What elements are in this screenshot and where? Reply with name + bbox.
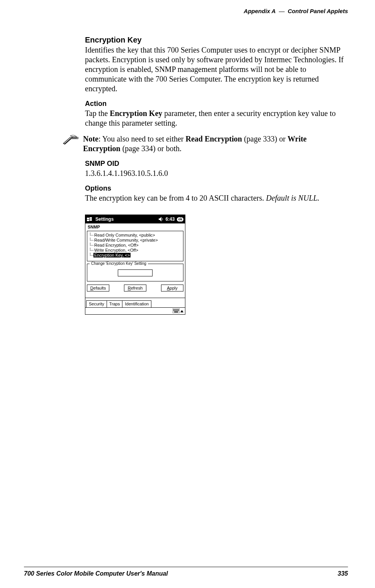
svg-rect-13 [177, 310, 178, 311]
paragraph-snmp-oid: 1.3.6.1.4.1.1963.10.5.1.6.0 [85, 169, 344, 178]
svg-rect-15 [174, 312, 178, 312]
note-block: Note: You also need to set either Read E… [62, 134, 344, 153]
header-left: Appendix A [244, 8, 276, 14]
screenshot: Settings 6:43 ok SNMP Read Only Communit… [85, 215, 185, 315]
tab-strip: Security Traps Identification [85, 298, 185, 307]
window-title: Settings [95, 216, 158, 222]
svg-rect-6 [175, 309, 175, 310]
tree-item-encryption-key[interactable]: Encryption Key, <> [89, 253, 182, 257]
heading-encryption-key: Encryption Key [85, 36, 344, 44]
footer-title: 700 Series Color Mobile Computer User's … [24, 570, 168, 577]
svg-rect-1 [90, 217, 92, 219]
svg-rect-2 [87, 220, 89, 221]
applet-title: SNMP [85, 223, 185, 229]
apply-button[interactable]: Apply [161, 285, 183, 291]
group-legend: Change 'Encryption Key' Setting [90, 261, 148, 266]
svg-rect-0 [87, 218, 89, 219]
ok-button[interactable]: ok [177, 217, 183, 222]
clock-time[interactable]: 6:43 [165, 216, 175, 222]
window-titlebar: Settings 6:43 ok [85, 215, 185, 223]
svg-rect-10 [173, 310, 174, 311]
tree-item-write-encryption[interactable]: Write Encryption, <Off> [89, 248, 182, 252]
volume-icon[interactable] [158, 216, 164, 222]
note-icon [62, 135, 83, 149]
heading-snmp-oid: SNMP OID [85, 160, 344, 168]
defaults-button[interactable]: Defaults [87, 285, 109, 291]
header-sep: — [276, 8, 288, 14]
refresh-button[interactable]: Refresh [124, 285, 146, 291]
tab-security[interactable]: Security [86, 300, 107, 307]
tab-traps[interactable]: Traps [107, 300, 123, 307]
sip-arrow-up-icon[interactable] [180, 310, 183, 312]
encryption-key-input[interactable] [118, 269, 153, 276]
svg-rect-12 [176, 310, 176, 311]
note-text: Note: You also need to set either Read E… [83, 134, 344, 153]
sip-bar [85, 307, 185, 314]
paragraph-options: The encryption key can be from 4 to 20 A… [85, 193, 344, 203]
heading-options: Options [85, 184, 344, 193]
page-number: 335 [338, 570, 348, 577]
svg-rect-9 [178, 309, 179, 310]
tree-item-read-encryption[interactable]: Read Encryption, <Off> [89, 243, 182, 247]
tree-view[interactable]: Read Only Community, <public> Read/Write… [87, 231, 183, 261]
heading-action: Action [85, 100, 344, 108]
start-icon[interactable] [87, 216, 94, 222]
tree-item-read-only-community[interactable]: Read Only Community, <public> [89, 233, 182, 237]
svg-rect-14 [178, 310, 179, 311]
svg-rect-7 [176, 309, 176, 310]
svg-rect-3 [90, 219, 92, 221]
svg-rect-5 [173, 309, 174, 310]
content-block: Encryption Key Identifies the key that t… [85, 36, 344, 315]
keyboard-icon[interactable] [173, 308, 180, 314]
page-footer: 700 Series Color Mobile Computer User's … [24, 567, 348, 577]
change-setting-group: Change 'Encryption Key' Setting [87, 264, 183, 281]
paragraph-encryption-key: Identifies the key that this 700 Series … [85, 45, 344, 94]
tab-identification[interactable]: Identification [122, 300, 151, 307]
button-row: Defaults Refresh Apply [85, 285, 185, 294]
svg-rect-11 [175, 310, 175, 311]
running-header: Appendix A—Control Panel Applets [27, 8, 348, 14]
svg-rect-8 [177, 309, 178, 310]
header-right: Control Panel Applets [288, 8, 348, 14]
tree-item-read-write-community[interactable]: Read/Write Community, <private> [89, 238, 182, 242]
paragraph-action: Tap the Encryption Key parameter, then e… [85, 109, 344, 128]
